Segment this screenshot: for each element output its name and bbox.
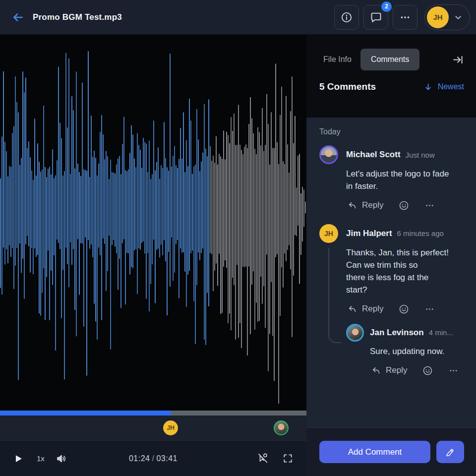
waveform-canvas[interactable] — [0, 35, 306, 411]
comment-more-button[interactable] — [423, 303, 436, 315]
comment-body: Thanks, Jan, this is perfect! Can we tri… — [346, 247, 465, 297]
comment-list: Today Michael Scott Just now Let's adjus… — [306, 118, 476, 427]
avatar-jan-levinson[interactable] — [346, 324, 364, 342]
sort-button[interactable]: Newest — [423, 82, 464, 92]
comment-timestamp: Just now — [406, 151, 435, 159]
comment-bubble-icon — [369, 10, 383, 24]
avatar-michael-scott[interactable] — [319, 145, 338, 164]
speaker-icon — [56, 453, 67, 465]
comment-more-button[interactable] — [447, 364, 460, 377]
collapse-right-icon — [452, 54, 464, 66]
reply-icon — [347, 304, 357, 314]
info-icon — [340, 11, 353, 24]
comment-composer: Add Comment — [306, 427, 476, 476]
account-menu-button[interactable]: JH — [424, 4, 470, 30]
ellipsis-icon — [424, 200, 435, 211]
comment-timestamp: 6 minutes ago — [397, 229, 444, 238]
avatar-jim-halpert[interactable]: JH — [319, 224, 338, 243]
fullscreen-icon — [282, 453, 294, 464]
comment-author: Jim Halpert — [346, 229, 392, 238]
playback-speed-button[interactable]: 1x — [37, 454, 45, 463]
more-options-button[interactable] — [393, 5, 417, 30]
reply-button[interactable]: Reply — [346, 303, 384, 315]
ellipsis-icon — [424, 304, 435, 314]
emoji-button[interactable] — [397, 302, 411, 316]
topbar: Promo BGM Test.mp3 2 — [0, 0, 476, 35]
comment-jim-halpert: JH Jim Halpert 6 minutes ago Thanks, Jan… — [319, 224, 465, 377]
draw-annotation-button[interactable] — [436, 441, 464, 463]
sidebar-header: File Info Comments 5 Comments — [306, 35, 476, 118]
smiley-icon — [398, 200, 410, 211]
reply-button[interactable]: Reply — [370, 364, 408, 377]
time-separator: / — [150, 454, 157, 463]
comment-timestamp: 4 min... — [429, 328, 453, 337]
reply-button[interactable]: Reply — [346, 199, 384, 212]
comments-count: 5 Comments — [319, 81, 376, 92]
comments-toggle-button[interactable]: 2 — [363, 5, 388, 30]
comment-more-button[interactable] — [423, 199, 436, 212]
play-button[interactable] — [11, 451, 26, 466]
progress-fill — [0, 411, 171, 416]
smiley-icon — [422, 365, 433, 376]
audio-player: JH 1x — [0, 35, 306, 476]
page-title: Promo BGM Test.mp3 — [33, 12, 122, 22]
sort-label: Newest — [438, 82, 464, 91]
reply-icon — [347, 200, 357, 211]
reply-label: Reply — [362, 304, 383, 314]
back-button[interactable] — [9, 8, 27, 26]
comments-sidebar: File Info Comments 5 Comments — [306, 35, 476, 476]
file-info-button[interactable] — [334, 5, 359, 30]
reply-icon — [371, 365, 381, 376]
volume-button[interactable] — [54, 451, 69, 467]
tab-file-info[interactable]: File Info — [319, 49, 356, 70]
timeline-marker-jh[interactable]: JH — [163, 420, 178, 435]
ellipsis-icon — [448, 365, 459, 376]
comment-michael-scott: Michael Scott Just now Let's adjust the … — [319, 145, 465, 212]
comments-count-row: 5 Comments Newest — [319, 81, 464, 92]
fullscreen-button[interactable] — [280, 451, 296, 466]
player-controls: 1x 01:24/03:41 — [0, 440, 306, 476]
markers-off-icon — [257, 452, 269, 465]
comment-body: Sure, updating now. — [370, 346, 465, 358]
comment-author: Michael Scott — [346, 150, 401, 160]
tab-bar: File Info Comments — [319, 49, 464, 70]
user-avatar: JH — [427, 6, 449, 28]
arrow-down-icon — [423, 82, 433, 92]
reply-label: Reply — [362, 200, 383, 210]
smiley-icon — [398, 303, 410, 315]
arrow-left-icon — [11, 11, 24, 24]
timeline-marker-avatar[interactable] — [274, 420, 289, 435]
audio-review-app: Promo BGM Test.mp3 2 — [0, 0, 476, 476]
emoji-button[interactable] — [397, 199, 411, 212]
chevron-down-icon — [449, 12, 464, 23]
add-comment-button[interactable]: Add Comment — [319, 441, 430, 463]
play-icon — [13, 453, 24, 464]
duration: 03:41 — [156, 454, 178, 463]
reply-label: Reply — [386, 365, 407, 375]
comment-body: Let's adjust the logo to fade in faster. — [346, 168, 465, 193]
current-time: 01:24 — [129, 454, 150, 463]
emoji-button[interactable] — [421, 364, 434, 377]
comment-author: Jan Levinson — [370, 328, 424, 338]
ellipsis-icon — [399, 11, 412, 24]
thread-connector — [328, 248, 341, 343]
pen-icon — [444, 446, 456, 458]
comment-jan-levinson: Jan Levinson 4 min... Sure, updating now… — [346, 324, 465, 377]
markers-toggle-button[interactable] — [255, 450, 271, 467]
tab-comments[interactable]: Comments — [360, 49, 419, 70]
comment-count-badge: 2 — [381, 1, 392, 12]
comment-marker-strip: JH — [0, 416, 306, 440]
date-divider: Today — [319, 127, 465, 136]
collapse-sidebar-button[interactable] — [452, 54, 464, 66]
progress-bar[interactable] — [0, 411, 306, 416]
